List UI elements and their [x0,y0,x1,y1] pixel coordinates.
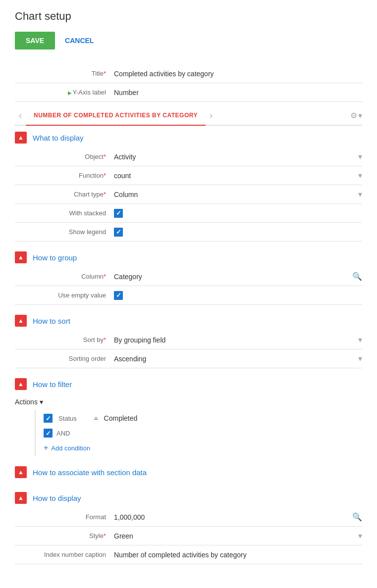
add-condition-label: Add condition [51,444,90,452]
tab-gear-button[interactable]: ⚙ ▾ [350,111,362,120]
and-row: AND [44,429,362,438]
filter-block: Status = Completed AND + Add condition [35,410,362,456]
y-axis-row: ▶Y-Axis label Number [15,83,362,102]
add-condition-icon: + [44,443,48,452]
how-to-display-header[interactable]: ▲ How to display [15,486,362,508]
function-row: Function* count ▾ [15,166,362,185]
how-to-group-section: ▲ How to group Column* Category 🔍 Use em… [15,245,362,305]
function-dropdown-arrow: ▾ [358,171,362,180]
show-legend-checkbox[interactable] [114,228,123,237]
how-to-sort-section: ▲ How to sort Sort by* By grouping field… [15,309,362,368]
how-to-group-header[interactable]: ▲ How to group [15,245,362,267]
how-to-filter-toggle[interactable]: ▲ [15,378,27,390]
how-to-associate-header[interactable]: ▲ How to associate with section data [15,460,362,482]
filter-status-op: = [94,415,98,422]
cancel-button[interactable]: CANCEL [65,37,94,45]
with-stacked-value [114,209,362,218]
style-value[interactable]: Green ▾ [114,531,362,540]
style-dropdown-arrow: ▾ [358,531,362,540]
how-to-associate-section: ▲ How to associate with section data [15,460,362,482]
and-label: AND [56,430,70,437]
how-to-display-section: ▲ How to display Format 1,000,000 🔍 Styl… [15,486,362,564]
function-value[interactable]: count ▾ [114,171,362,180]
sort-by-dropdown-arrow: ▾ [358,335,362,344]
title-label: Title* [15,70,114,77]
filter-status-field: Status [58,415,88,422]
add-condition-row[interactable]: + Add condition [44,440,362,456]
how-to-associate-title: How to associate with section data [33,468,147,477]
what-to-display-header[interactable]: ▲ What to display [15,126,362,147]
how-to-associate-toggle[interactable]: ▲ [15,466,27,478]
index-caption-label: Index number caption [15,551,114,558]
tab-nav: ‹ NUMBER OF COMPLETED ACTIVITIES BY CATE… [15,106,362,126]
gear-icon: ⚙ [350,111,357,120]
object-row: Object* Activity ▾ [15,147,362,166]
object-value[interactable]: Activity ▾ [114,152,362,161]
sort-by-row: Sort by* By grouping field ▾ [15,331,362,349]
how-to-filter-section: ▲ How to filter Actions ▾ Status = Compl… [15,372,362,456]
what-to-display-toggle[interactable]: ▲ [15,132,27,144]
how-to-sort-title: How to sort [33,317,70,325]
column-label: Column* [15,273,114,280]
how-to-filter-title: How to filter [33,380,72,389]
tab-prev-button[interactable]: ‹ [15,110,26,121]
format-row: Format 1,000,000 🔍 [15,508,362,527]
how-to-group-toggle[interactable]: ▲ [15,251,27,263]
chart-type-row: Chart type* Column ▾ [15,185,362,204]
title-row: Title* Completed activities by category [15,64,362,83]
and-checkbox[interactable] [44,429,53,438]
how-to-display-title: How to display [33,494,81,502]
tab-next-button[interactable]: › [206,110,216,121]
y-axis-label: ▶Y-Axis label [15,89,114,96]
filter-status-row: Status = Completed [44,410,362,427]
column-row: Column* Category 🔍 [15,267,362,286]
how-to-sort-header[interactable]: ▲ How to sort [15,309,362,331]
actions-dropdown-arrow: ▾ [40,398,43,406]
style-row: Style* Green ▾ [15,527,362,545]
index-caption-value[interactable]: Number of completed activities by catego… [114,551,362,559]
title-section: Title* Completed activities by category … [15,64,362,102]
title-value[interactable]: Completed activities by category [114,70,362,78]
tab-active[interactable]: NUMBER OF COMPLETED ACTIVITIES BY CATEGO… [26,106,206,126]
actions-button[interactable]: Actions ▾ [15,398,43,406]
with-stacked-label: With stacked [15,209,114,217]
sorting-order-label: Sorting order [15,355,114,362]
function-label: Function* [15,172,114,179]
y-axis-value[interactable]: Number [114,89,362,97]
with-stacked-checkbox[interactable] [114,209,123,218]
column-search-icon: 🔍 [352,272,362,281]
what-to-display-title: What to display [33,134,84,142]
page-title: Chart setup [15,10,362,23]
object-dropdown-arrow: ▾ [358,152,362,161]
with-stacked-row: With stacked [15,204,362,223]
chart-type-value[interactable]: Column ▾ [114,190,362,199]
chart-type-label: Chart type* [15,191,114,198]
filter-actions-bar: Actions ▾ [15,398,362,406]
what-to-display-section: ▲ What to display Object* Activity ▾ Fun… [15,126,362,242]
save-button[interactable]: SAVE [15,32,55,49]
show-legend-row: Show legend [15,223,362,242]
sort-by-value[interactable]: By grouping field ▾ [114,335,362,344]
sort-by-label: Sort by* [15,336,114,343]
sorting-order-row: Sorting order Ascending ▾ [15,349,362,368]
how-to-sort-toggle[interactable]: ▲ [15,315,27,327]
filter-status-value: Completed [104,414,138,422]
how-to-display-toggle[interactable]: ▲ [15,492,27,504]
sorting-order-value[interactable]: Ascending ▾ [114,354,362,363]
use-empty-value [114,291,362,300]
sorting-order-dropdown-arrow: ▾ [358,354,362,363]
index-caption-row: Index number caption Number of completed… [15,545,362,564]
use-empty-checkbox[interactable] [114,291,123,300]
format-label: Format [15,513,114,521]
toolbar: SAVE CANCEL [15,32,362,49]
format-search-icon: 🔍 [352,512,362,522]
filter-status-checkbox[interactable] [44,414,53,423]
column-value[interactable]: Category 🔍 [114,272,362,281]
use-empty-row: Use empty value [15,286,362,305]
gear-dropdown-arrow: ▾ [358,111,362,120]
how-to-filter-header[interactable]: ▲ How to filter [15,372,362,394]
style-label: Style* [15,532,114,539]
format-value[interactable]: 1,000,000 🔍 [114,512,362,522]
chart-type-dropdown-arrow: ▾ [358,190,362,199]
object-label: Object* [15,153,114,160]
